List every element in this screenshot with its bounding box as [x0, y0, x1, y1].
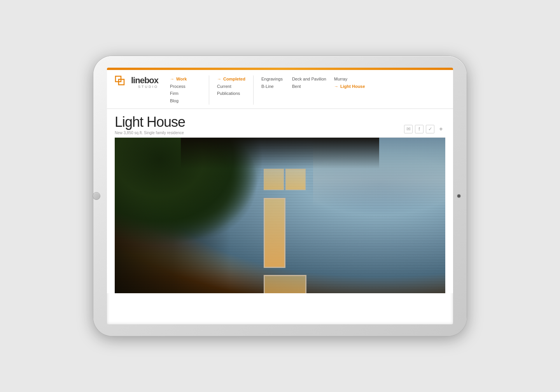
nav-columns: → Work Process Firm Blog → Completed Cur… — [170, 75, 445, 105]
page-title-area: Light House New 3,850 sq.ft. Single fami… — [115, 115, 185, 135]
nav-process[interactable]: Process — [170, 83, 201, 90]
page-title: Light House — [115, 115, 185, 129]
nav-firm[interactable]: Firm — [170, 90, 201, 97]
logo-icon — [115, 75, 129, 89]
nav-current[interactable]: Current — [217, 83, 245, 90]
nav-col-murray: Murray → Light House — [334, 75, 373, 105]
window-wide-bottom — [264, 275, 306, 293]
share-email-icon[interactable]: ✉ — [404, 125, 413, 133]
hero-image — [115, 138, 445, 293]
share-icons: ✉ f ✓ + — [404, 125, 445, 135]
nav-col-engravings: Engravings B-Line — [253, 75, 292, 105]
nav-lighthouse[interactable]: → Light House — [334, 83, 365, 90]
nav-completed[interactable]: → Completed — [217, 75, 245, 83]
tablet-device: linebox STUDIO → Work Process Firm Blog … — [93, 56, 467, 336]
home-button[interactable] — [93, 192, 100, 200]
logo-area[interactable]: linebox STUDIO — [115, 75, 158, 89]
camera — [457, 194, 460, 198]
logo-text: linebox STUDIO — [131, 76, 158, 89]
share-twitter-icon[interactable]: ✓ — [426, 125, 434, 133]
nav-work[interactable]: → Work — [170, 75, 201, 83]
nav-bent[interactable]: Bent — [292, 83, 326, 90]
nav-publications[interactable]: Publications — [217, 90, 245, 97]
window-row-top — [264, 169, 310, 190]
nav-col-completed: → Completed Current Publications — [209, 75, 253, 105]
nav-engravings[interactable]: Engravings — [261, 75, 284, 83]
main-content: Light House New 3,850 sq.ft. Single fami… — [107, 109, 453, 293]
roof-area — [181, 138, 379, 169]
window-tall-center — [264, 198, 285, 268]
tablet-screen: linebox STUDIO → Work Process Firm Blog … — [107, 68, 453, 324]
page-subtitle: New 3,850 sq.ft. Single family residence — [115, 131, 185, 135]
logo-studio-text: STUDIO — [131, 85, 158, 89]
navigation: linebox STUDIO → Work Process Firm Blog … — [107, 70, 453, 109]
nav-deck-pavilion[interactable]: Deck and Pavilion — [292, 75, 326, 83]
nav-blog[interactable]: Blog — [170, 97, 201, 105]
share-facebook-icon[interactable]: f — [415, 125, 424, 133]
share-plus-icon[interactable]: + — [437, 125, 445, 133]
nav-col-work: → Work Process Firm Blog — [170, 75, 209, 105]
logo-linebox-text: linebox — [131, 76, 158, 85]
window-pane-1 — [264, 169, 284, 190]
nav-col-deck: Deck and Pavilion Bent — [292, 75, 334, 105]
nav-murray[interactable]: Murray — [334, 75, 365, 83]
window-pane-2 — [285, 169, 306, 190]
nav-bline[interactable]: B-Line — [261, 83, 284, 90]
page-header: Light House New 3,850 sq.ft. Single fami… — [115, 109, 445, 138]
windows-area — [264, 169, 310, 293]
